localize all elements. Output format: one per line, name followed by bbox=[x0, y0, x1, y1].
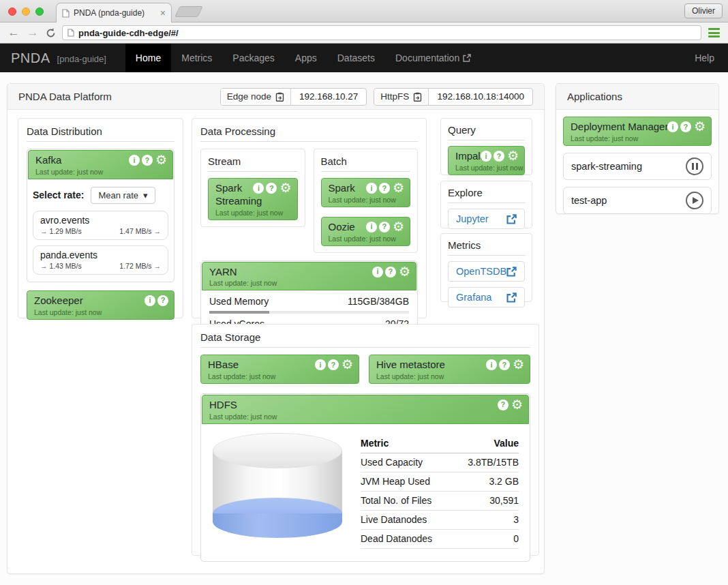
metric-label: Used Memory bbox=[209, 296, 269, 307]
gear-icon[interactable]: ⚙ bbox=[507, 151, 519, 162]
rate-dropdown[interactable]: Mean rate ▾ bbox=[91, 187, 155, 204]
nav-item-apps[interactable]: Apps bbox=[285, 44, 327, 72]
hdfs-body: Metric Value Used Capacity3.8TB/15TB JVM… bbox=[201, 425, 530, 561]
data-processing-panel: Data Processing Stream Spark Streaming L… bbox=[192, 118, 427, 318]
data-distribution-title: Data Distribution bbox=[27, 125, 175, 142]
metrics-panel: Metrics OpenTSDB Grafana bbox=[440, 233, 532, 302]
address-bar[interactable]: pnda-guide-cdh-edge/#/ bbox=[62, 25, 701, 40]
app-row-spark-streaming: spark-streaming bbox=[563, 153, 712, 180]
tab-close-icon[interactable]: × bbox=[160, 7, 166, 18]
hbase-service-box: HBase Last update: just now i ? ⚙ bbox=[200, 355, 359, 384]
external-link-icon bbox=[506, 292, 517, 303]
nav-item-datasets[interactable]: Datasets bbox=[327, 44, 385, 72]
grafana-link[interactable]: Grafana bbox=[448, 287, 525, 308]
gear-icon[interactable]: ⚙ bbox=[399, 267, 410, 278]
last-update: Last update: just now bbox=[215, 209, 290, 217]
info-icon[interactable]: i bbox=[129, 155, 140, 166]
help-icon[interactable]: ? bbox=[379, 222, 390, 232]
gear-icon[interactable]: ⚙ bbox=[393, 183, 404, 194]
new-tab-button[interactable] bbox=[175, 6, 202, 17]
data-processing-title: Data Processing bbox=[200, 125, 418, 142]
nav-item-home[interactable]: Home bbox=[125, 44, 171, 72]
help-icon[interactable]: ? bbox=[266, 183, 277, 194]
gear-icon[interactable]: ⚙ bbox=[155, 155, 167, 166]
data-distribution-panel: Data Distribution Kafka Last update: jus… bbox=[18, 118, 183, 318]
pause-button[interactable] bbox=[686, 158, 703, 175]
gear-icon[interactable]: ⚙ bbox=[393, 222, 404, 232]
httpfs-copy-button[interactable]: HttpFS bbox=[374, 89, 429, 105]
select-rate-label: Select rate: bbox=[33, 190, 84, 200]
gear-icon[interactable]: ⚙ bbox=[279, 183, 291, 194]
httpfs-address[interactable]: 192.168.10.18:14000 bbox=[429, 89, 532, 105]
opentsdb-link[interactable]: OpenTSDB bbox=[448, 261, 525, 282]
nav-item-help[interactable]: Help bbox=[681, 44, 728, 72]
hdfs-widget: HDFS Last update: just now ? ⚙ bbox=[200, 393, 530, 562]
browser-profile-button[interactable]: Olivier bbox=[684, 3, 723, 18]
metric-value: 115GB/384GB bbox=[348, 296, 409, 307]
hdfs-metrics-table: Metric Value Used Capacity3.8TB/15TB JVM… bbox=[361, 434, 519, 554]
info-icon[interactable]: i bbox=[366, 183, 377, 194]
close-window-button[interactable] bbox=[8, 7, 16, 16]
explore-panel: Explore Jupyter bbox=[440, 181, 532, 228]
info-icon[interactable]: i bbox=[486, 359, 497, 370]
gear-icon[interactable]: ⚙ bbox=[513, 359, 524, 370]
last-update: Last update: just now bbox=[329, 196, 404, 204]
query-panel: Query Impala Last update: just now i ? ⚙ bbox=[440, 118, 532, 175]
help-icon[interactable]: ? bbox=[157, 295, 168, 306]
refresh-icon[interactable] bbox=[45, 27, 57, 39]
help-icon[interactable]: ? bbox=[498, 400, 509, 410]
info-icon[interactable]: i bbox=[253, 183, 264, 194]
window-controls bbox=[8, 7, 44, 16]
help-icon[interactable]: ? bbox=[494, 151, 504, 162]
gear-icon[interactable]: ⚙ bbox=[342, 359, 353, 370]
help-icon[interactable]: ? bbox=[499, 359, 510, 370]
topic-avro-events: avro.events → 1.29 MB/s 1.47 MB/s → bbox=[33, 211, 168, 240]
table-row: Live Datanodes3 bbox=[361, 511, 519, 530]
info-icon[interactable]: i bbox=[667, 121, 678, 132]
zoom-window-button[interactable] bbox=[35, 7, 44, 16]
edge-node-address[interactable]: 192.168.10.27 bbox=[291, 89, 366, 105]
info-icon[interactable]: i bbox=[145, 295, 155, 306]
info-icon[interactable]: i bbox=[372, 267, 383, 278]
nav-item-packages[interactable]: Packages bbox=[222, 44, 284, 72]
zookeeper-service-box: Zookeeper Last update: just now i ? bbox=[27, 290, 175, 320]
tab-title: PNDA (pnda-guide) bbox=[74, 8, 157, 18]
info-icon[interactable]: i bbox=[481, 151, 491, 162]
browser-tab[interactable]: PNDA (pnda-guide) × bbox=[56, 3, 172, 22]
jupyter-link[interactable]: Jupyter bbox=[448, 209, 525, 229]
browser-menu-icon[interactable] bbox=[707, 27, 721, 39]
service-name: HDFS bbox=[209, 399, 521, 412]
brand[interactable]: PNDA [pnda-guide] bbox=[0, 44, 116, 72]
help-icon[interactable]: ? bbox=[385, 267, 396, 278]
help-icon[interactable]: ? bbox=[680, 121, 691, 132]
hdfs-service-box: HDFS Last update: just now ? ⚙ bbox=[202, 395, 529, 424]
arrow-out-icon: → bbox=[154, 262, 162, 270]
forward-icon[interactable]: → bbox=[26, 26, 40, 40]
help-icon[interactable]: ? bbox=[142, 155, 153, 166]
hive-metastore-service-box: Hive metastore Last update: just now i ?… bbox=[369, 355, 530, 384]
table-row: JVM Heap Used3.2 GB bbox=[361, 472, 519, 492]
nav-item-documentation[interactable]: Documentation bbox=[385, 44, 481, 72]
kafka-widget: Kafka Last update: just now i ? ⚙ Select… bbox=[27, 149, 175, 282]
info-icon[interactable]: i bbox=[315, 359, 326, 370]
impala-service-box: Impala Last update: just now i ? ⚙ bbox=[448, 146, 525, 175]
help-icon[interactable]: ? bbox=[379, 183, 390, 194]
external-link-icon bbox=[506, 214, 517, 224]
spark-service-box: Spark Last update: just now i ? ⚙ bbox=[321, 178, 411, 207]
app-navbar: PNDA [pnda-guide] Home Metrics Packages … bbox=[0, 44, 728, 72]
minimize-window-button[interactable] bbox=[22, 7, 30, 16]
play-button[interactable] bbox=[686, 192, 703, 209]
back-icon[interactable]: ← bbox=[7, 26, 20, 40]
last-update: Last update: just now bbox=[209, 279, 409, 287]
external-link-icon bbox=[506, 267, 517, 277]
out-rate: 1.72 MB/s → bbox=[119, 262, 161, 270]
gear-icon[interactable]: ⚙ bbox=[694, 121, 706, 132]
nav-items: Home Metrics Packages Apps Datasets Docu… bbox=[125, 44, 481, 72]
nav-item-metrics[interactable]: Metrics bbox=[171, 44, 222, 72]
kafka-service-box: Kafka Last update: just now i ? ⚙ bbox=[28, 150, 173, 179]
gear-icon[interactable]: ⚙ bbox=[511, 400, 523, 410]
help-icon[interactable]: ? bbox=[328, 359, 339, 370]
edge-node-copy-button[interactable]: Edge node bbox=[221, 89, 291, 105]
applications-panel: Applications Deployment Manager Last upd… bbox=[556, 83, 719, 214]
info-icon[interactable]: i bbox=[366, 222, 377, 232]
